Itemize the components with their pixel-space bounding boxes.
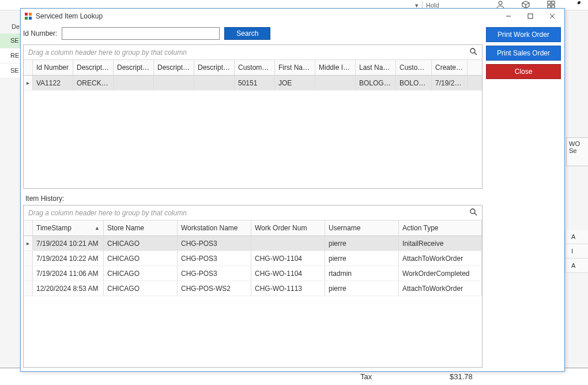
col-store-name[interactable]: Store Name <box>104 220 178 236</box>
maximize-button[interactable] <box>519 9 541 23</box>
close-button[interactable]: Close <box>486 64 561 79</box>
cell-d4 <box>194 76 235 90</box>
history-row[interactable]: 12/20/2024 8:53 AM CHICAGO CHG-POS-WS2 C… <box>24 281 482 296</box>
cell-store: CHICAGO <box>104 236 178 251</box>
results-header-row: Id Number Description1 Description2 Desc… <box>24 60 482 76</box>
svg-rect-1 <box>548 1 551 4</box>
col-description1[interactable]: Description1 <box>73 60 114 75</box>
row-indicator-icon: ▸ <box>24 76 33 90</box>
cell-ts: 7/19/2024 10:22 AM <box>33 251 104 266</box>
svg-rect-6 <box>29 13 32 16</box>
dialog-titlebar[interactable]: Serviced Item Lookup <box>21 9 564 24</box>
cell-cd: 7/19/2024 <box>432 76 468 90</box>
cell-store: CHICAGO <box>104 251 178 266</box>
cell-act: AttachToWorkOrder <box>399 251 482 266</box>
background-right-tab: I <box>565 244 588 259</box>
col-description3[interactable]: Description3 <box>154 60 194 75</box>
background-right-tab: A <box>565 230 588 244</box>
close-window-button[interactable] <box>541 9 563 23</box>
cell-ts: 12/20/2024 8:53 AM <box>33 281 104 296</box>
svg-point-15 <box>470 209 475 214</box>
cell-cid: 50151 <box>235 76 275 90</box>
history-row[interactable]: 7/19/2024 10:22 AM CHICAGO CHG-POS3 CHG-… <box>24 251 482 266</box>
item-history-label: Item History: <box>25 195 483 203</box>
row-indicator-icon <box>24 266 33 281</box>
serviced-item-lookup-dialog: Serviced Item Lookup Id Number: Search <box>20 8 565 372</box>
dialog-title: Serviced Item Lookup <box>36 12 103 20</box>
svg-point-13 <box>470 48 475 53</box>
col-id-number[interactable]: Id Number <box>33 60 73 75</box>
print-sales-order-button[interactable]: Print Sales Order <box>486 46 561 61</box>
history-group-bar[interactable]: Drag a column header here to group by th… <box>24 205 482 220</box>
cell-won: CHG-WO-1104 <box>251 266 325 281</box>
col-create-date[interactable]: Create Date <box>432 60 468 75</box>
groupbar-hint: Drag a column header here to group by th… <box>28 209 187 217</box>
col-timestamp-label: TimeStamp <box>36 224 71 232</box>
background-side-header: De <box>12 23 20 30</box>
cell-fn: JOE <box>275 76 315 90</box>
cell-won: CHG-WO-1113 <box>251 281 325 296</box>
cell-d3 <box>154 76 194 90</box>
col-work-order-num[interactable]: Work Order Num <box>251 220 325 236</box>
cell-ws: CHG-POS-WS2 <box>178 281 251 296</box>
svg-rect-10 <box>528 14 533 18</box>
cell-d1: ORECK VA... <box>73 76 114 90</box>
cell-ws: CHG-POS3 <box>178 251 251 266</box>
cell-mi <box>315 76 356 90</box>
row-indicator-icon <box>24 281 33 296</box>
cell-store: CHICAGO <box>104 281 178 296</box>
history-grid: Drag a column header here to group by th… <box>23 205 483 368</box>
col-customer-id[interactable]: Customer Id <box>235 60 275 75</box>
col-username[interactable]: Username <box>325 220 399 236</box>
cell-ws: CHG-POS3 <box>178 236 251 251</box>
cell-act: AttachToWorkOrder <box>399 281 482 296</box>
history-header-row: TimeStamp ▲ Store Name Workstation Name … <box>24 220 482 236</box>
col-first-name[interactable]: First Name <box>275 60 315 75</box>
col-description2[interactable]: Description2 <box>114 60 154 75</box>
background-right-tab: A <box>565 259 588 273</box>
search-button[interactable]: Search <box>224 27 270 40</box>
cell-user: rtadmin <box>325 266 399 281</box>
id-number-input[interactable] <box>62 27 220 40</box>
col-action-type[interactable]: Action Type <box>399 220 482 236</box>
background-side-list: SE RE SE <box>0 33 20 79</box>
col-middle-initial[interactable]: Middle Initial <box>315 60 356 75</box>
row-indicator-header <box>24 220 33 236</box>
background-right-tabs: A I A <box>565 230 588 273</box>
col-last-name[interactable]: Last Name <box>356 60 396 75</box>
col-customer-addr[interactable]: Customer ... <box>396 60 432 75</box>
background-right-panel: WO Se <box>566 137 588 166</box>
history-row[interactable]: 7/19/2024 11:06 AM CHICAGO CHG-POS3 CHG-… <box>24 266 482 281</box>
cell-store: CHICAGO <box>104 266 178 281</box>
svg-line-14 <box>474 53 477 55</box>
print-work-order-button[interactable]: Print Work Order <box>486 27 561 42</box>
col-description4[interactable]: Description4 <box>194 60 235 75</box>
col-timestamp[interactable]: TimeStamp ▲ <box>33 220 104 236</box>
search-icon[interactable] <box>469 47 477 57</box>
id-number-label: Id Number: <box>23 29 57 38</box>
cell-user: pierre <box>325 236 399 251</box>
history-row[interactable]: ▸ 7/19/2024 10:21 AM CHICAGO CHG-POS3 pi… <box>24 236 482 251</box>
col-workstation-name[interactable]: Workstation Name <box>178 220 251 236</box>
svg-rect-7 <box>25 17 28 20</box>
cell-act: WorkOrderCompleted <box>399 266 482 281</box>
svg-line-11 <box>550 14 555 18</box>
results-grid: Drag a column header here to group by th… <box>23 44 483 189</box>
search-icon[interactable] <box>469 208 477 218</box>
groupbar-hint: Drag a column header here to group by th… <box>28 48 187 57</box>
cell-ca: BOLOGNI... <box>396 76 432 90</box>
app-icon <box>24 12 32 20</box>
cell-won: CHG-WO-1104 <box>251 251 325 266</box>
cell-act: InitailReceive <box>399 236 482 251</box>
cell-user: pierre <box>325 281 399 296</box>
results-group-bar[interactable]: Drag a column header here to group by th… <box>24 45 482 60</box>
cell-won <box>251 236 325 251</box>
results-row[interactable]: ▸ VA1122 ORECK VA... 50151 JOE BOLOGNIA … <box>24 76 482 91</box>
cell-user: pierre <box>325 251 399 266</box>
svg-point-0 <box>499 1 502 5</box>
tax-label: Tax <box>360 372 372 381</box>
results-rows: ▸ VA1122 ORECK VA... 50151 JOE BOLOGNIA … <box>24 76 482 188</box>
tax-value: $31.78 <box>450 372 473 381</box>
minimize-button[interactable] <box>497 9 519 23</box>
svg-rect-3 <box>548 5 551 8</box>
